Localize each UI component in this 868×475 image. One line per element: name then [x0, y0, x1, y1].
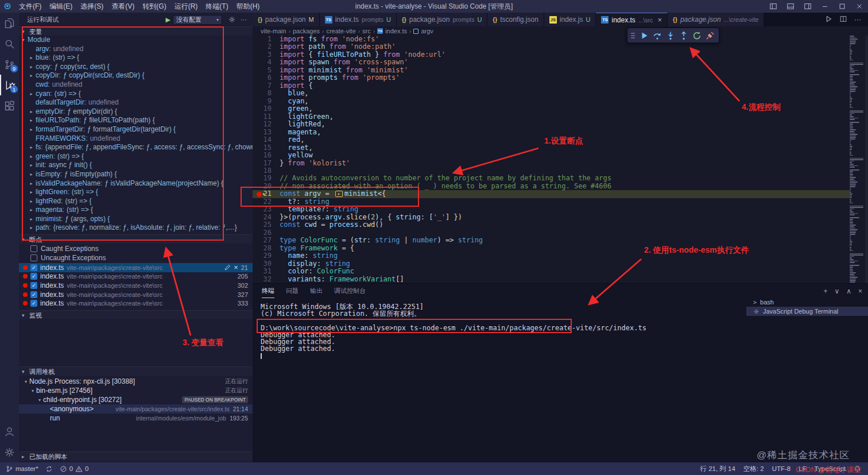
variable-row[interactable]: ▸green:(str) => {	[19, 152, 253, 161]
breadcrumb[interactable]: vite-main›packages›create-vite›src›TSind…	[253, 26, 868, 36]
maximize-panel-icon[interactable]: ∧	[846, 287, 851, 295]
breakpoint-dot-icon[interactable]	[257, 192, 262, 197]
notifications-bell-icon[interactable]	[854, 465, 861, 473]
problems-status[interactable]: 00	[60, 465, 89, 473]
panel-tab-终端[interactable]: 终端	[262, 284, 274, 298]
gear-icon[interactable]	[228, 16, 236, 24]
tab-index.ts[interactable]: TSindex.ts...\src×	[596, 13, 668, 26]
layout-panel-icon[interactable]	[782, 0, 799, 13]
activity-item-search[interactable]	[0, 33, 19, 54]
indentation[interactable]: 空格: 2	[743, 465, 764, 473]
variable-row[interactable]: defaultTargetDir:undefined	[19, 98, 253, 107]
call-stack-row[interactable]: runinternal/modules/esm/module_job193:25	[19, 414, 253, 423]
breakpoint-row[interactable]: ✓index.tsvite-main\packages\create-vite\…	[19, 272, 253, 281]
watch-section-header[interactable]: ▾ 监视	[19, 310, 253, 319]
menu-item[interactable]: 编辑(E)	[45, 0, 76, 13]
disconnect-icon[interactable]	[704, 30, 715, 41]
tab-package.json[interactable]: {}package.json...\create-vite	[668, 13, 764, 26]
checkbox[interactable]	[30, 254, 37, 261]
terminal-list-item[interactable]: JavaScript Debug Terminal	[746, 307, 868, 316]
breakpoints-section-header[interactable]: ▾ 断点	[19, 234, 253, 244]
variable-row[interactable]: ▸cyan:(str) => {	[19, 90, 253, 99]
tab-package.json[interactable]: {}package.jsonpromptsU	[397, 13, 487, 26]
loaded-scripts-section-header[interactable]: ▸ 已加载的脚本	[19, 451, 253, 461]
menu-item[interactable]: 运行(R)	[170, 0, 202, 13]
activity-item-run-and-debug[interactable]: 1	[0, 75, 19, 95]
variables-section-header[interactable]: ▾ 变量	[19, 26, 253, 36]
activity-item-settings[interactable]	[0, 442, 19, 462]
toolbar-drag-handle[interactable]	[631, 33, 635, 38]
step-into-icon[interactable]	[665, 30, 676, 41]
breakpoint-checkbox[interactable]: ✓	[30, 273, 37, 280]
breakpoint-row[interactable]: ✓index.tsvite-main\packages\create-vite\…	[19, 290, 253, 299]
editor-scrollbar[interactable]	[865, 36, 868, 284]
variable-row[interactable]: ▸minimist:ƒ (args, opts) {	[19, 215, 253, 224]
variable-row[interactable]: ▸lightRed:(str) => {	[19, 197, 253, 206]
variable-row[interactable]: ▸isValidPackageName:ƒ isValidPackageName…	[19, 179, 253, 188]
menu-item[interactable]: 帮助(H)	[232, 0, 264, 13]
minimap[interactable]	[850, 36, 865, 284]
close-panel-icon[interactable]: ×	[858, 287, 862, 295]
breakpoint-checkbox[interactable]: ✓	[30, 300, 37, 307]
minimize-icon[interactable]	[816, 0, 834, 13]
variable-row[interactable]: ▸copyDir:ƒ copyDir(srcDir, destDir) {	[19, 71, 253, 80]
breakpoint-checkbox[interactable]: ✓	[30, 291, 37, 298]
variable-row[interactable]: ▸path:{resolve: ƒ, normalize: ƒ, isAbsol…	[19, 223, 253, 233]
terminal-output[interactable]: Microsoft Windows [版本 10.0.19042.2251](c…	[261, 303, 741, 360]
menu-item[interactable]: 文件(F)	[15, 0, 45, 13]
checkbox[interactable]	[30, 245, 37, 252]
git-branch-status[interactable]: master*	[6, 465, 38, 473]
start-debug-icon[interactable]: ▶	[166, 16, 170, 24]
breadcrumb-item[interactable]: vite-main	[261, 28, 286, 34]
variable-row[interactable]: cwd:undefined	[19, 80, 253, 90]
restart-icon[interactable]	[691, 30, 702, 41]
tab-package.json[interactable]: {}package.jsonM	[253, 13, 320, 26]
variable-scope-row[interactable]: ▾Module	[19, 36, 253, 45]
breakpoint-checkbox[interactable]: ✓	[30, 264, 37, 271]
menu-item[interactable]: 转到(G)	[138, 0, 170, 13]
variable-row[interactable]: FRAMEWORKS:undefined	[19, 134, 253, 144]
maximize-icon[interactable]	[834, 0, 851, 13]
remove-breakpoint-icon[interactable]: ×	[234, 263, 238, 272]
breadcrumb-item[interactable]: argv	[421, 28, 433, 34]
breakpoint-row[interactable]: ✓index.tsvite-main\packages\create-vite\…	[19, 281, 253, 290]
call-stack-row[interactable]: ▾bin-esm.js [27456]正在运行	[19, 386, 253, 395]
variable-row[interactable]: ▸init:async ƒ init() {	[19, 161, 253, 170]
breakpoint-checkbox[interactable]: ✓	[30, 282, 37, 289]
panel-tab-问题[interactable]: 问题	[286, 284, 299, 298]
menu-item[interactable]: 查看(V)	[107, 0, 138, 13]
continue-icon[interactable]	[638, 30, 649, 41]
debug-config-dropdown[interactable]: 没有配置 ▾	[173, 15, 222, 25]
panel-tab-输出[interactable]: 输出	[310, 284, 323, 298]
terminal-dropdown-icon[interactable]: ∨	[834, 287, 839, 295]
variable-row[interactable]: ▸blue:(str) => {	[19, 53, 253, 63]
exception-row[interactable]: Caught Exceptions	[19, 244, 253, 253]
close-tab-icon[interactable]: ×	[658, 16, 662, 24]
call-stack-row[interactable]: ▾child-entrypoint.js [30272]PAUSED ON BR…	[19, 395, 253, 404]
tab-index.js[interactable]: JSindex.jsU	[544, 13, 596, 26]
close-window-icon[interactable]	[851, 0, 868, 13]
more-actions-icon[interactable]: ···	[241, 16, 247, 23]
terminal-list-item[interactable]: >bash	[746, 298, 868, 307]
edit-breakpoint-icon[interactable]	[224, 264, 231, 271]
variable-row[interactable]: ▸magenta:(str) => {	[19, 206, 253, 215]
panel-tab-调试控制台[interactable]: 调试控制台	[334, 284, 366, 298]
variable-row[interactable]: ▸lightGreen:(str) => {	[19, 188, 253, 197]
breakpoint-row[interactable]: ✓index.tsvite-main\packages\create-vite\…	[19, 299, 253, 308]
call-stack-row[interactable]: ▾Node.js Process: npx-cli.js [30388]正在运行	[19, 377, 253, 386]
breadcrumb-item[interactable]: create-vite	[326, 28, 355, 34]
menu-item[interactable]: 终端(T)	[202, 0, 232, 13]
breadcrumb-item[interactable]: packages	[293, 28, 320, 34]
encoding[interactable]: UTF-8	[772, 465, 791, 472]
code-editor[interactable]: 1import fs from 'node:fs'2import path fr…	[253, 36, 850, 284]
activity-item-account[interactable]	[0, 421, 19, 442]
sync-icon[interactable]	[45, 465, 53, 473]
tab-index.ts[interactable]: TSindex.tspromptsU	[320, 13, 397, 26]
variable-row[interactable]: ▸isEmpty:ƒ isEmpty(path) {	[19, 170, 253, 179]
variable-row[interactable]: ▸formatTargetDir:ƒ formatTargetDir(targe…	[19, 125, 253, 134]
breadcrumb-item[interactable]: src	[362, 28, 371, 34]
new-terminal-icon[interactable]: +	[823, 287, 827, 295]
split-editor-icon[interactable]	[839, 15, 847, 25]
activity-item-explorer[interactable]	[0, 13, 19, 33]
layout-sidebar-icon[interactable]	[765, 0, 782, 13]
